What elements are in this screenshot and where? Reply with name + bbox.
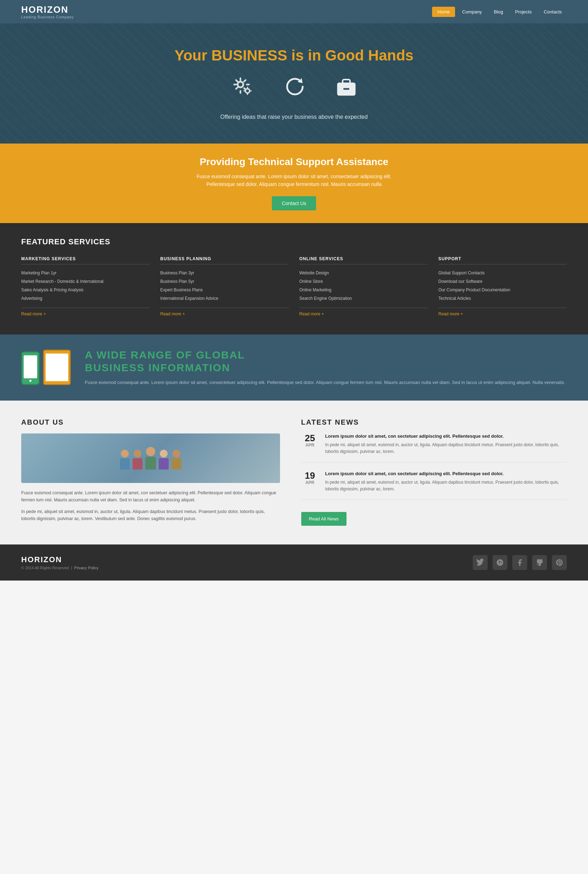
services-grid: MARKETING SERVICES Marketing Plan 1yr Ma… — [21, 256, 567, 317]
phone-screen — [24, 355, 37, 378]
privacy-link[interactable]: Privacy Policy — [74, 566, 98, 570]
about-image — [21, 433, 280, 483]
hero-subtitle: Offering ideas that raise your business … — [220, 114, 368, 120]
news-month: APR — [301, 480, 319, 485]
list-item: Website Design — [300, 269, 428, 277]
marketing-heading: MARKETING SERVICES — [21, 256, 150, 264]
news-day: 19 — [301, 471, 319, 480]
support-body: Fusce euismod consequat ante. Lorem ipsu… — [188, 172, 400, 189]
online-read-more[interactable]: Read more + — [300, 307, 428, 316]
list-item: Online Marketing — [300, 286, 428, 294]
person-head — [121, 450, 129, 457]
list-item: Expert Business Plans — [160, 286, 288, 294]
featured-services-heading: FEATURED SERVICES — [21, 237, 567, 246]
footer-left: HORIZON © 2014 All Rights Reserved | Pri… — [21, 555, 98, 570]
news-month: APR — [301, 443, 319, 448]
news-item-1: 25 APR Lorem ipsum dolor sit amet, con s… — [301, 433, 567, 462]
github-icon[interactable] — [532, 555, 547, 570]
person-5 — [171, 450, 182, 469]
online-heading: ONLINE SERVICES — [300, 256, 428, 264]
news-date-2: 19 APR — [301, 471, 319, 493]
nav-company[interactable]: Company — [457, 7, 487, 16]
svg-rect-4 — [344, 88, 350, 90]
person-body — [146, 457, 156, 469]
hero-highlight: BUSINESS — [212, 47, 288, 64]
marketing-read-more[interactable]: Read more + — [21, 307, 150, 316]
news-heading: LATEST NEWS — [301, 418, 567, 426]
googleplus-icon[interactable] — [492, 555, 507, 570]
list-item: Online Store — [300, 277, 428, 286]
support-title: Providing Technical Support Assistance — [28, 156, 560, 168]
wide-range-body: Fusce euismod consequat ante. Lorem ipsu… — [85, 379, 567, 387]
person-head — [160, 450, 168, 457]
support-read-more[interactable]: Read more + — [438, 307, 567, 316]
pinterest-icon[interactable] — [552, 555, 567, 570]
business-list: Business Plan 3yr Business Plan 5yr Expe… — [160, 269, 288, 303]
twitter-icon[interactable] — [473, 555, 488, 570]
nav-home[interactable]: Home — [432, 7, 455, 17]
news-title: Lorem ipsum dolor sit amet, con sectetue… — [325, 471, 567, 476]
business-heading: BUSINESS PLANNING — [160, 256, 288, 264]
news-date-1: 25 APR — [301, 433, 319, 455]
phone-device — [21, 351, 40, 385]
facebook-icon[interactable] — [512, 555, 527, 570]
nav-projects[interactable]: Projects — [510, 7, 537, 16]
person-body — [120, 458, 130, 469]
online-list: Website Design Online Store Online Marke… — [300, 269, 428, 303]
featured-services-section: FEATURED SERVICES MARKETING SERVICES Mar… — [0, 223, 588, 334]
news-item-2: 19 APR Lorem ipsum dolor sit amet, con s… — [301, 471, 567, 500]
logo-subtitle: Leading Business Company — [21, 15, 74, 19]
list-item: International Expansion Advice — [160, 294, 288, 303]
nav-contacts[interactable]: Contacts — [539, 7, 567, 16]
refresh-icon — [284, 75, 306, 103]
about-heading: ABOUT US — [21, 418, 280, 426]
news-title: Lorem ipsum dolor sit amet, con sectetue… — [325, 433, 567, 439]
logo: HORIZON — [21, 4, 74, 15]
person-body — [133, 458, 142, 469]
marketing-list: Marketing Plan 1yr Market Research - Dom… — [21, 269, 150, 303]
support-banner: Providing Technical Support Assistance F… — [0, 144, 588, 223]
news-content-1: Lorem ipsum dolor sit amet, con sectetue… — [325, 433, 567, 455]
footer: HORIZON © 2014 All Rights Reserved | Pri… — [0, 544, 588, 580]
list-item: Download our Software — [438, 277, 567, 286]
nav-blog[interactable]: Blog — [489, 7, 508, 16]
list-item: Sales Analysis & Pricing Analysis — [21, 286, 150, 294]
person-body — [159, 458, 169, 469]
list-item: Technical Articles — [438, 294, 567, 303]
person-head — [172, 450, 180, 457]
news-body: In pede mi, aliquet sit amet, euismod in… — [325, 442, 567, 455]
tablet-screen — [46, 354, 68, 381]
footer-copyright: © 2014 All Rights Reserved | Privacy Pol… — [21, 566, 98, 570]
news-section: LATEST NEWS 25 APR Lorem ipsum dolor sit… — [294, 418, 567, 527]
news-body: In pede mi, aliquet sit amet, euismod in… — [325, 479, 567, 493]
about-body-2: In pede mi, aliquet sit amet, euismod in… — [21, 508, 280, 523]
person-body — [171, 458, 182, 469]
svg-point-1 — [245, 89, 250, 93]
wide-range-text: A WIDE RANGE OF GLOBAL BUSINESS INFORMAT… — [85, 349, 567, 387]
contact-us-button[interactable]: Contact Us — [272, 196, 316, 210]
person-1 — [120, 450, 130, 469]
briefcase-icon — [335, 75, 358, 103]
phone-dot — [29, 380, 32, 382]
header: HORIZON Leading Business Company Home Co… — [0, 0, 588, 23]
business-read-more[interactable]: Read more + — [160, 307, 288, 316]
people-group — [120, 447, 182, 469]
person-2 — [133, 450, 142, 469]
footer-social — [473, 555, 567, 570]
logo-block: HORIZON Leading Business Company — [21, 4, 74, 19]
news-content-2: Lorem ipsum dolor sit amet, con sectetue… — [325, 471, 567, 493]
gear-icon — [231, 75, 255, 104]
list-item: Advertising — [21, 294, 150, 303]
service-col-business: BUSINESS PLANNING Business Plan 3yr Busi… — [160, 256, 288, 317]
read-all-news-button[interactable]: Read All News — [301, 512, 347, 526]
devices-image — [21, 350, 71, 385]
hero-icons — [231, 75, 358, 104]
list-item: Business Plan 3yr — [160, 269, 288, 277]
list-item: Business Plan 5yr — [160, 277, 288, 286]
news-day: 25 — [301, 433, 319, 443]
main-nav: Home Company Blog Projects Contacts — [432, 7, 567, 17]
list-item: Search Engine Optimization — [300, 294, 428, 303]
wide-range-section: A WIDE RANGE OF GLOBAL BUSINESS INFORMAT… — [0, 334, 588, 400]
service-col-marketing: MARKETING SERVICES Marketing Plan 1yr Ma… — [21, 256, 150, 317]
list-item: Marketing Plan 1yr — [21, 269, 150, 277]
